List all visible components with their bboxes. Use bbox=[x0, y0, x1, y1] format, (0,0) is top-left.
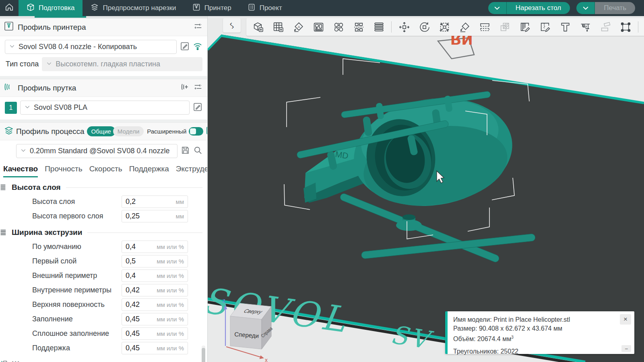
tab-quality[interactable]: Качество bbox=[3, 165, 38, 177]
filament-section-header: Профиль прутка bbox=[0, 79, 207, 97]
first-layer-height-input[interactable]: 0,25мм bbox=[122, 210, 188, 222]
filament-preset-row: 1 Sovol SV08 PLA bbox=[0, 97, 207, 116]
printer-preset-select[interactable]: Sovol SV08 0.4 nozzle - Копировать bbox=[5, 40, 177, 54]
add-plate-icon[interactable] bbox=[268, 18, 288, 36]
inner-wall-line-width-input[interactable]: 0,42мм или % bbox=[122, 284, 188, 296]
seam-painting-icon[interactable] bbox=[535, 18, 555, 36]
variable-layer-height-icon[interactable] bbox=[369, 18, 389, 36]
slice-plate-button[interactable]: Нарезать стол bbox=[488, 2, 570, 14]
text-shape-icon[interactable] bbox=[555, 18, 575, 36]
split-to-parts-icon[interactable] bbox=[349, 18, 369, 36]
top-bar: Подготовка Предпросмотр нарезки Принтер … bbox=[0, 0, 644, 16]
bed-type-select[interactable]: Высокотемп. гладкая пластина bbox=[42, 57, 202, 71]
process-layers-icon bbox=[4, 125, 14, 137]
arrange-icon[interactable] bbox=[308, 18, 328, 36]
tab-speed[interactable]: Скорость bbox=[89, 165, 122, 177]
selection-frame-icon[interactable] bbox=[615, 18, 636, 36]
save-preset-icon[interactable] bbox=[181, 146, 190, 156]
top-surface-line-width-input[interactable]: 0,42мм или % bbox=[122, 298, 188, 311]
chevron-down-icon bbox=[9, 43, 15, 51]
support-line-width-input[interactable]: 0,45мм или % bbox=[122, 342, 188, 354]
split-to-objects-icon[interactable] bbox=[328, 18, 349, 36]
svg-text:A: A bbox=[297, 25, 300, 29]
layer-height-input[interactable]: 0,2мм bbox=[122, 195, 188, 208]
close-icon: × bbox=[623, 315, 627, 324]
model-triangles: Треугольников: 25022 bbox=[453, 347, 629, 356]
tab-strength[interactable]: Прочность bbox=[45, 165, 82, 177]
process-preset-row: 0.20mm Standard @Sovol SV08 0.4 nozzle bbox=[0, 140, 207, 160]
chevron-down-icon bbox=[46, 60, 52, 68]
chevron-down-icon bbox=[21, 147, 26, 155]
settings-sidebar: Профиль принтера Sovol SV08 0.4 nozzle -… bbox=[0, 16, 208, 362]
explode-view-icon[interactable] bbox=[641, 18, 644, 36]
solid-infill-line-width-input[interactable]: 0,45мм или % bbox=[122, 327, 188, 340]
tab-preview[interactable]: Предпросмотр нарезки bbox=[83, 0, 184, 16]
edit-printer-icon[interactable] bbox=[180, 41, 190, 53]
viewport-3d[interactable]: ия SOVOL SV MD bbox=[208, 16, 644, 362]
add-object-icon[interactable] bbox=[248, 18, 268, 36]
viewport-toolbar: A bbox=[246, 18, 644, 36]
filament-settings-sliders-icon[interactable] bbox=[194, 82, 202, 93]
collapse-sidebar-button[interactable]: ‹› bbox=[223, 18, 241, 33]
wifi-connection-icon[interactable] bbox=[193, 41, 202, 53]
default-line-width-input[interactable]: 0,4мм или % bbox=[122, 241, 188, 253]
cut-icon[interactable] bbox=[475, 18, 495, 36]
edit-filament-icon[interactable] bbox=[193, 102, 202, 113]
tab-extruder[interactable]: Экструдер bbox=[176, 165, 208, 177]
minimize-icon: − bbox=[625, 344, 628, 353]
filament-index-badge[interactable]: 1 bbox=[5, 102, 17, 114]
layer-height-icon bbox=[0, 183, 9, 191]
setting-row: Высота первого слоя 0,25мм bbox=[0, 209, 207, 223]
settings-panel: Высота слоя Высота слоя 0,2мм Высота пер… bbox=[0, 177, 207, 362]
tab-prepare[interactable]: Подготовка bbox=[19, 0, 83, 16]
scene-canvas[interactable]: ия SOVOL SV MD bbox=[208, 16, 644, 362]
mode-global-pill[interactable]: Общие bbox=[87, 126, 116, 136]
sidebar-scrollbar-thumb[interactable] bbox=[202, 348, 205, 362]
print-dropdown-chevron-icon[interactable] bbox=[576, 2, 595, 14]
scale-icon[interactable] bbox=[434, 18, 454, 36]
measure-icon[interactable] bbox=[575, 18, 595, 36]
mode-objects-pill[interactable]: Модели bbox=[113, 126, 144, 136]
filament-icon bbox=[4, 82, 14, 94]
model-name: Имя модели: Print in Place Helicopter.st… bbox=[453, 315, 629, 324]
prepare-icon bbox=[27, 3, 35, 13]
place-on-face-icon[interactable] bbox=[454, 18, 475, 36]
printer-icon bbox=[192, 3, 200, 13]
process-mode-switch: Общие Модели bbox=[87, 126, 144, 136]
setting-row: Высота слоя 0,2мм bbox=[0, 194, 207, 209]
info-minimize-button[interactable]: − bbox=[621, 345, 631, 352]
assembly-icon[interactable] bbox=[595, 18, 615, 36]
tab-project[interactable]: Проект bbox=[239, 0, 290, 16]
setting-row: Верхняя поверхность 0,42мм или % bbox=[0, 297, 207, 312]
outer-wall-line-width-input[interactable]: 0,4мм или % bbox=[122, 269, 188, 282]
tab-printer[interactable]: Принтер bbox=[184, 0, 239, 16]
home-button[interactable] bbox=[0, 0, 19, 16]
info-close-button[interactable]: × bbox=[620, 314, 631, 325]
advanced-toggle[interactable] bbox=[189, 127, 203, 136]
rotate-icon[interactable] bbox=[414, 18, 434, 36]
first-layer-line-width-input[interactable]: 0,5мм или % bbox=[122, 255, 188, 267]
line-width-icon bbox=[0, 228, 9, 237]
model-size: Размер: 90.408 x 62.672 x 43.674 мм bbox=[453, 324, 629, 333]
print-button[interactable]: Печать bbox=[576, 2, 635, 14]
model-volume: Объём: 20674.4 мм3 bbox=[453, 333, 629, 343]
tab-support[interactable]: Поддержка bbox=[129, 165, 169, 177]
process-preset-select[interactable]: 0.20mm Standard @Sovol SV08 0.4 nozzle bbox=[16, 144, 178, 158]
x-axis-label: x bbox=[265, 357, 268, 362]
mesh-boolean-icon[interactable] bbox=[495, 18, 515, 36]
setting-row: Заполнение 0,45мм или % bbox=[0, 312, 207, 326]
process-tabs: Качество Прочность Скорость Поддержка Эк… bbox=[0, 160, 207, 177]
setting-row: Внутренние периметры 0,42мм или % bbox=[0, 283, 207, 297]
section-gap bbox=[0, 76, 207, 79]
filament-preset-select[interactable]: Sovol SV08 PLA bbox=[20, 101, 190, 115]
seam-icon bbox=[0, 360, 9, 362]
setting-row: Первый слой 0,5мм или % bbox=[0, 254, 207, 268]
move-icon[interactable] bbox=[394, 18, 414, 36]
auto-orient-icon[interactable]: A bbox=[288, 18, 308, 36]
printer-settings-sliders-icon[interactable] bbox=[194, 22, 202, 33]
add-filament-icon[interactable] bbox=[180, 82, 190, 94]
support-painting-icon[interactable] bbox=[515, 18, 535, 36]
search-settings-icon[interactable] bbox=[193, 146, 202, 156]
infill-line-width-input[interactable]: 0,45мм или % bbox=[122, 313, 188, 325]
slice-dropdown-chevron-icon[interactable] bbox=[488, 2, 507, 14]
